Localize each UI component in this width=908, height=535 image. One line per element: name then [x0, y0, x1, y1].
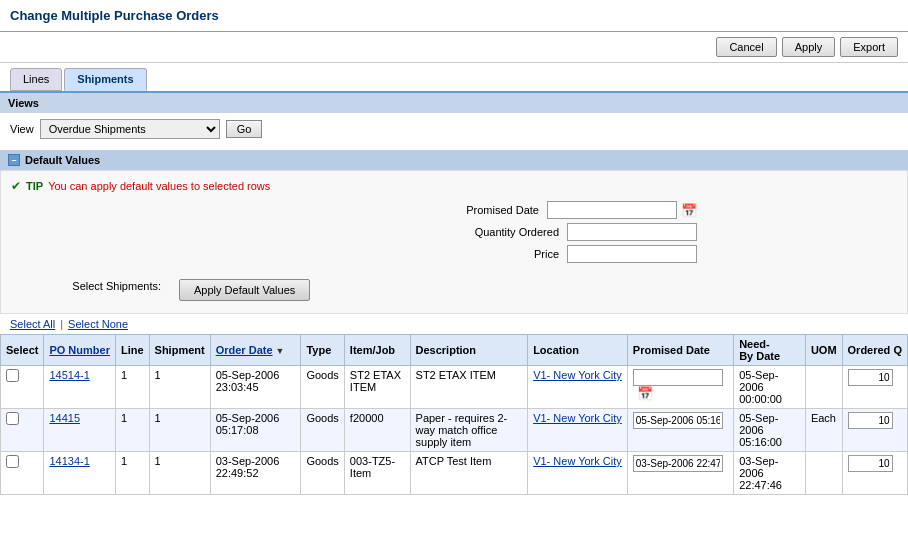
price-input[interactable] — [567, 245, 697, 263]
ordered-qty-input[interactable] — [848, 369, 893, 386]
order-date-cell: 03-Sep-2006 22:49:52 — [210, 452, 301, 495]
shipment-cell: 1 — [149, 452, 210, 495]
type-cell: Goods — [301, 366, 344, 409]
uom-cell — [805, 366, 842, 409]
row-calendar-icon[interactable]: 📅 — [637, 386, 653, 401]
table-row: 14134-11103-Sep-2006 22:49:52Goods003-TZ… — [1, 452, 908, 495]
go-button[interactable]: Go — [226, 120, 263, 138]
tab-lines[interactable]: Lines — [10, 68, 62, 91]
table-row: 144151105-Sep-2006 05:17:08Goodsf20000Pa… — [1, 409, 908, 452]
view-row: View Overdue Shipments Go — [0, 113, 908, 145]
tip-icon: ✔ — [11, 179, 21, 193]
col-shipment: Shipment — [149, 335, 210, 366]
location-link[interactable]: V1- New York City — [533, 412, 622, 424]
quantity-ordered-input[interactable] — [567, 223, 697, 241]
views-section: Views View Overdue Shipments Go — [0, 93, 908, 145]
order-date-sort[interactable]: Order Date — [216, 344, 273, 356]
col-location: Location — [528, 335, 628, 366]
line-cell: 1 — [115, 366, 149, 409]
default-values-section: – Default Values ✔ TIP You can apply def… — [0, 150, 908, 314]
row-select-checkbox[interactable] — [6, 455, 19, 468]
tip-text: You can apply default values to selected… — [48, 180, 270, 192]
separator: | — [60, 318, 63, 330]
default-values-content: ✔ TIP You can apply default values to se… — [0, 170, 908, 314]
top-bar: Cancel Apply Export — [0, 32, 908, 63]
type-cell: Goods — [301, 409, 344, 452]
item-job-cell: 003-TZ5-Item — [344, 452, 410, 495]
order-date-cell: 05-Sep-2006 23:03:45 — [210, 366, 301, 409]
promised-date-row: Promised Date 📅 — [11, 201, 897, 219]
export-button[interactable]: Export — [840, 37, 898, 57]
uom-cell — [805, 452, 842, 495]
promised-date-cell-input[interactable] — [633, 369, 723, 386]
col-line: Line — [115, 335, 149, 366]
tab-shipments[interactable]: Shipments — [64, 68, 146, 91]
shipment-cell: 1 — [149, 409, 210, 452]
line-cell: 1 — [115, 409, 149, 452]
col-uom: UOM — [805, 335, 842, 366]
quantity-ordered-row: Quantity Ordered — [11, 223, 897, 241]
ordered-qty-input[interactable] — [848, 455, 893, 472]
apply-button[interactable]: Apply — [782, 37, 836, 57]
col-item-job: Item/Job — [344, 335, 410, 366]
calendar-icon[interactable]: 📅 — [681, 203, 697, 218]
po-number-link[interactable]: 14514-1 — [49, 369, 89, 381]
need-by-date-cell: 05-Sep-2006 05:16:00 — [734, 409, 806, 452]
select-shipments-label: Select Shipments: — [21, 280, 161, 292]
col-type: Type — [301, 335, 344, 366]
view-label: View — [10, 123, 34, 135]
description-cell: Paper - requires 2-way match office supp… — [410, 409, 528, 452]
sort-arrow-down: ▼ — [276, 346, 285, 356]
table-row: 14514-11105-Sep-2006 23:03:45GoodsST2 ET… — [1, 366, 908, 409]
select-all-link[interactable]: Select All — [10, 318, 55, 330]
description-cell: ATCP Test Item — [410, 452, 528, 495]
quantity-ordered-label: Quantity Ordered — [419, 226, 559, 238]
promised-date-cell-input[interactable] — [633, 455, 723, 472]
col-need-by-date: Need-By Date — [734, 335, 806, 366]
col-promised-date: Promised Date — [627, 335, 733, 366]
shipments-table: Select PO Number Line Shipment Order Dat… — [0, 334, 908, 495]
item-job-cell: ST2 ETAX ITEM — [344, 366, 410, 409]
ordered-qty-input[interactable] — [848, 412, 893, 429]
col-order-date: Order Date ▼ — [210, 335, 301, 366]
line-cell: 1 — [115, 452, 149, 495]
tip-label: TIP — [26, 180, 43, 192]
promised-date-cell-input[interactable] — [633, 412, 723, 429]
shipment-cell: 1 — [149, 366, 210, 409]
select-links: Select All | Select None — [0, 314, 908, 334]
po-number-link[interactable]: 14415 — [49, 412, 80, 424]
uom-cell: Each — [805, 409, 842, 452]
price-row: Price — [11, 245, 897, 263]
page-title: Change Multiple Purchase Orders — [0, 0, 908, 32]
location-link[interactable]: V1- New York City — [533, 369, 622, 381]
views-header: Views — [0, 93, 908, 113]
collapse-icon[interactable]: – — [8, 154, 20, 166]
location-link[interactable]: V1- New York City — [533, 455, 622, 467]
select-none-link[interactable]: Select None — [68, 318, 128, 330]
apply-default-values-button[interactable]: Apply Default Values — [179, 279, 310, 301]
need-by-date-cell: 03-Sep-2006 22:47:46 — [734, 452, 806, 495]
col-ordered: Ordered Q — [842, 335, 907, 366]
default-values-header: – Default Values — [0, 150, 908, 170]
type-cell: Goods — [301, 452, 344, 495]
col-select: Select — [1, 335, 44, 366]
po-number-sort[interactable]: PO Number — [49, 344, 110, 356]
cancel-button[interactable]: Cancel — [716, 37, 776, 57]
view-select[interactable]: Overdue Shipments — [40, 119, 220, 139]
po-number-link[interactable]: 14134-1 — [49, 455, 89, 467]
tip-row: ✔ TIP You can apply default values to se… — [11, 179, 897, 193]
item-job-cell: f20000 — [344, 409, 410, 452]
promised-date-input[interactable] — [547, 201, 677, 219]
col-description: Description — [410, 335, 528, 366]
need-by-date-cell: 05-Sep-2006 00:00:00 — [734, 366, 806, 409]
order-date-cell: 05-Sep-2006 05:17:08 — [210, 409, 301, 452]
promised-date-label: Promised Date — [399, 204, 539, 216]
col-po-number: PO Number — [44, 335, 116, 366]
shipments-table-wrapper: Select PO Number Line Shipment Order Dat… — [0, 334, 908, 495]
row-select-checkbox[interactable] — [6, 369, 19, 382]
description-cell: ST2 ETAX ITEM — [410, 366, 528, 409]
tabs-bar: Lines Shipments — [0, 63, 908, 93]
price-label: Price — [419, 248, 559, 260]
row-select-checkbox[interactable] — [6, 412, 19, 425]
